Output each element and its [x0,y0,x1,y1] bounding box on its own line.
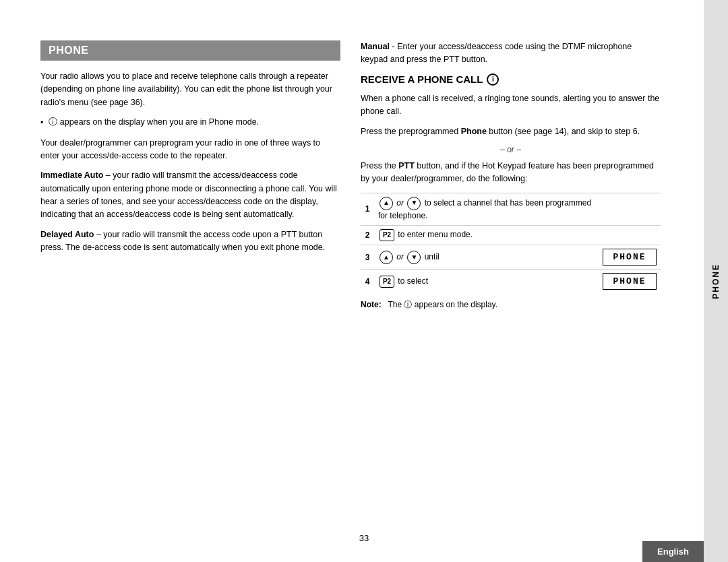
step-desc-3: ▲ or ▼ until [374,245,599,270]
immediate-auto-text: Immediate Auto – your radio will transmi… [40,169,340,222]
step-display-2 [599,226,661,245]
phone-circle-icon: i [487,73,499,86]
step-display-4: PHONE [599,270,661,294]
note-row: Note: The ⓘ appears on the display. [361,299,661,311]
p2-btn-2: P2 [380,229,394,241]
up-arrow-icon-1: ▲ [380,197,393,210]
receive-header: RECEIVE A PHONE CALL i [361,73,661,86]
down-arrow-icon-3: ▼ [407,251,421,264]
up-arrow-icon-3: ▲ [380,251,393,264]
step-desc-2: P2 to enter menu mode. [374,226,599,245]
manual-body: - Enter your access/deaccess code using … [361,42,632,64]
intro-text: Your radio allows you to place and recei… [40,70,340,109]
delayed-auto-text: Delayed Auto – your radio will transmit … [40,228,340,255]
step-num-1: 1 [361,193,374,225]
content-area: PHONE Your radio allows you to place and… [40,40,661,508]
note-label: Note: [361,300,382,309]
page-container: PHONE PHONE Your radio allows you to pla… [0,0,728,562]
delayed-auto-label: Delayed Auto [40,230,94,239]
note-text: The ⓘ appears on the display. [384,300,497,309]
phone-header: PHONE [40,40,340,61]
bullet-text: ⓘ appears on the display when you are in… [49,116,259,129]
steps-table: 1 ▲ or ▼ to select a channel that has be… [361,193,661,294]
step-display-3: PHONE [599,245,661,270]
display-phone-4: PHONE [603,273,657,290]
display-phone-3: PHONE [603,249,657,266]
dealer-text: Your dealer/programmer can preprogram yo… [40,137,340,163]
step-num-2: 2 [361,226,374,245]
receive-intro: When a phone call is received, a ringing… [361,92,661,119]
ptt-text: Press the PTT button, and if the Hot Key… [361,160,661,186]
step-display-1 [599,193,661,225]
press-phone-text: Press the preprogrammed Phone button (se… [361,125,661,138]
step-desc-4: P2 to select [374,270,599,294]
right-column: Manual - Enter your access/deaccess code… [361,40,661,508]
step-row-2: 2 P2 to enter menu mode. [361,226,661,245]
immediate-auto-label: Immediate Auto [40,170,103,180]
bullet-dot: • [40,117,43,129]
step-row-3: 3 ▲ or ▼ until PHONE [361,245,661,270]
step-row-4: 4 P2 to select PHONE [361,270,661,294]
receive-header-text: RECEIVE A PHONE CALL [361,73,483,85]
side-tab: PHONE [704,0,728,562]
manual-label: Manual [361,42,390,51]
side-tab-label: PHONE [711,263,721,299]
bullet-item: • ⓘ appears on the display when you are … [40,116,340,129]
down-arrow-icon-1: ▼ [407,197,421,210]
left-column: PHONE Your radio allows you to place and… [40,40,340,508]
manual-text: Manual - Enter your access/deaccess code… [361,40,661,67]
or-separator: – or – [361,145,661,154]
step-num-4: 4 [361,270,374,294]
p2-btn-4: P2 [380,276,394,288]
step-desc-1: ▲ or ▼ to select a channel that has been… [374,193,599,225]
language-tab: English [642,541,704,562]
page-number: 33 [359,533,369,543]
step-num-3: 3 [361,245,374,270]
step-row-1: 1 ▲ or ▼ to select a channel that has be… [361,193,661,225]
